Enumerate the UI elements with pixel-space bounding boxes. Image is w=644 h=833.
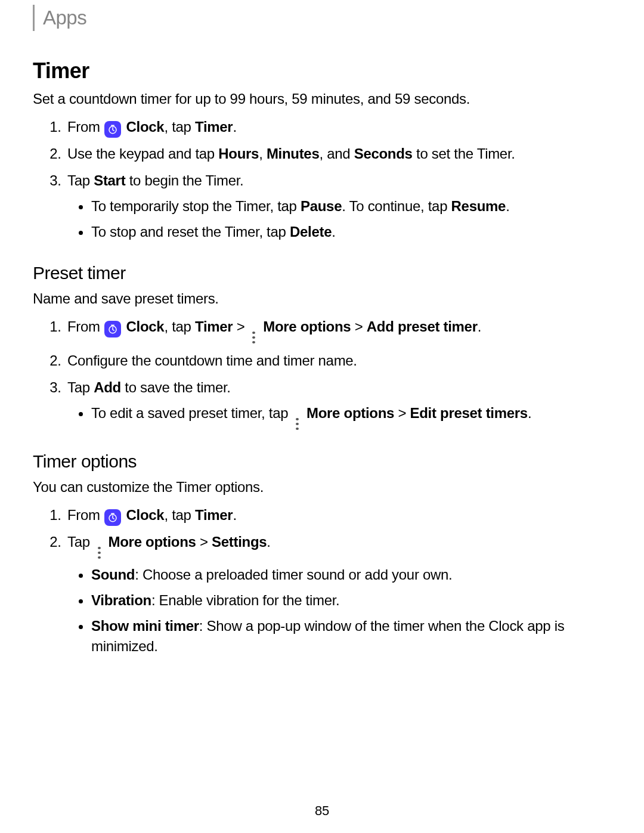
label-more-options: More options (263, 318, 351, 335)
more-options-icon (95, 546, 103, 560)
bullet-text: : Enable vibration for the timer. (151, 592, 340, 608)
label-add-preset: Add preset timer (367, 318, 478, 335)
step-text: . (233, 507, 236, 523)
label-edit-preset: Edit preset timers (410, 405, 528, 421)
label-more-options: More options (306, 405, 394, 421)
step-text: to set the Timer. (413, 145, 515, 162)
sub-bullet: Sound: Choose a preloaded timer sound or… (91, 565, 611, 586)
step-text: Tap (67, 172, 94, 188)
options-step-2: Tap More options > Settings. Sound: Choo… (65, 532, 611, 657)
page-number: 85 (0, 803, 644, 819)
step-text: to begin the Timer. (125, 172, 243, 188)
label-minutes: Minutes (267, 145, 320, 162)
preset-intro: Name and save preset timers. (33, 289, 611, 308)
label-timer: Timer (195, 119, 233, 135)
sub-bullet: To temporarily stop the Timer, tap Pause… (91, 196, 611, 217)
step-text: From (67, 507, 104, 523)
bullet-text: . (506, 198, 509, 214)
label-pause: Pause (301, 198, 342, 214)
preset-step-3-sub: To edit a saved preset timer, tap More o… (67, 403, 611, 431)
timer-step-3: Tap Start to begin the Timer. To tempora… (65, 171, 611, 242)
preset-step-3: Tap Add to save the timer. To edit a sav… (65, 377, 611, 431)
timer-step-2: Use the keypad and tap Hours, Minutes, a… (65, 144, 611, 165)
step-text: . (233, 119, 236, 135)
timer-heading: Timer (33, 58, 611, 83)
timer-step-1: From Clock, tap Timer. (65, 117, 611, 138)
step-text: . (267, 534, 270, 550)
label-hours: Hours (218, 145, 259, 162)
breadcrumb-text: Apps (43, 7, 86, 29)
label-clock: Clock (126, 119, 165, 135)
bullet-text: To temporarily stop the Timer, tap (91, 198, 301, 214)
label-resume: Resume (451, 198, 506, 214)
bullet-text: To stop and reset the Timer, tap (91, 224, 290, 240)
more-options-icon (293, 417, 302, 431)
step-text: > (351, 318, 366, 335)
label-timer: Timer (195, 507, 233, 523)
bullet-text: . (528, 405, 531, 421)
label-more-options: More options (109, 534, 196, 550)
options-intro: You can customize the Timer options. (33, 478, 611, 497)
preset-step-2: Configure the countdown time and timer n… (65, 351, 611, 371)
label-add: Add (94, 379, 121, 395)
options-steps: From Clock, tap Timer. Tap More options … (33, 505, 611, 657)
preset-step-1: From Clock, tap Timer > More options > A… (65, 317, 611, 345)
step-text: . (478, 318, 481, 335)
step-text: From (67, 119, 104, 135)
timer-intro: Set a countdown timer for up to 99 hours… (33, 89, 611, 109)
label-clock: Clock (126, 507, 165, 523)
label-start: Start (94, 172, 125, 188)
sub-bullet: To edit a saved preset timer, tap More o… (91, 403, 611, 431)
bullet-text: : Choose a preloaded timer sound or add … (135, 566, 452, 583)
more-options-icon (250, 330, 258, 345)
label-settings: Settings (212, 534, 267, 550)
sub-bullet: Show mini timer: Show a pop-up window of… (91, 616, 611, 658)
clock-icon (104, 509, 121, 526)
label-timer: Timer (195, 318, 233, 335)
step-text: , tap (164, 318, 195, 335)
clock-icon (104, 321, 121, 337)
sub-bullet: Vibration: Enable vibration for the time… (91, 590, 611, 611)
step-text: > (196, 534, 212, 550)
label-clock: Clock (126, 318, 165, 335)
preset-heading: Preset timer (33, 263, 611, 283)
label-vibration: Vibration (91, 592, 151, 608)
timer-step-3-sub: To temporarily stop the Timer, tap Pause… (67, 196, 611, 243)
step-text: > (233, 318, 248, 335)
step-text: From (67, 318, 104, 335)
timer-steps: From Clock, tap Timer. Use the keypad an… (33, 117, 611, 242)
document-page: Apps Timer Set a countdown timer for up … (0, 0, 644, 833)
sub-bullet: To stop and reset the Timer, tap Delete. (91, 222, 611, 243)
bullet-text: > (394, 405, 410, 421)
label-mini-timer: Show mini timer (91, 618, 199, 634)
step-text: Tap (67, 534, 94, 550)
options-step-2-sub: Sound: Choose a preloaded timer sound or… (67, 565, 611, 657)
step-text: Tap (67, 379, 94, 395)
clock-icon (104, 121, 121, 138)
label-sound: Sound (91, 566, 135, 583)
step-text: to save the timer. (121, 379, 231, 395)
step-text: Use the keypad and tap (67, 145, 218, 162)
bullet-text: To edit a saved preset timer, tap (91, 405, 292, 421)
step-text: , (259, 145, 267, 162)
step-text: , and (319, 145, 354, 162)
options-heading: Timer options (33, 451, 611, 472)
breadcrumb: Apps (33, 0, 611, 36)
bullet-text: . To continue, tap (342, 198, 451, 214)
step-text: , tap (164, 119, 195, 135)
bullet-text: . (332, 224, 335, 240)
preset-steps: From Clock, tap Timer > More options > A… (33, 317, 611, 431)
label-seconds: Seconds (354, 145, 413, 162)
breadcrumb-bar (33, 5, 35, 31)
step-text: , tap (164, 507, 195, 523)
options-step-1: From Clock, tap Timer. (65, 505, 611, 526)
label-delete: Delete (290, 224, 332, 240)
